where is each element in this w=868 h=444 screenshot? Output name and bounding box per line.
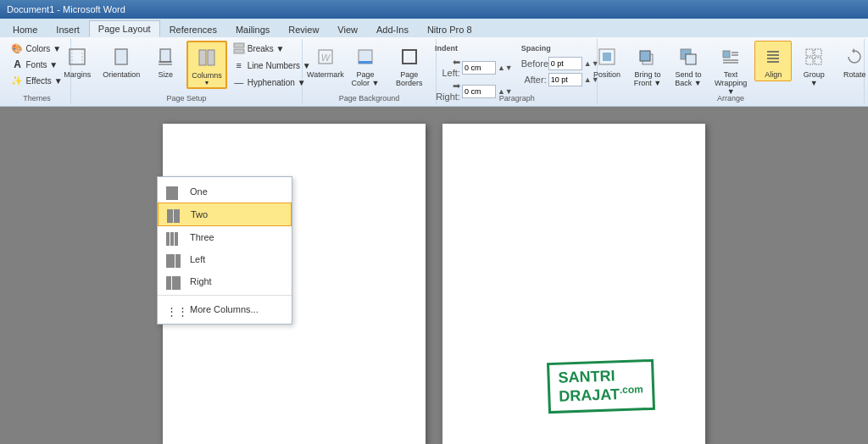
- page-color-sub: Color ▼: [352, 79, 380, 87]
- page-setup-group-label: Page Setup: [71, 94, 302, 103]
- svg-rect-10: [234, 49, 244, 53]
- svg-text:W: W: [321, 53, 331, 63]
- align-label: Align: [765, 70, 782, 79]
- columns-two-icon: [167, 206, 184, 223]
- arrange-group-label: Arrange: [598, 94, 864, 103]
- margins-icon: [64, 43, 91, 70]
- page-bg-group-label: Page Background: [303, 94, 436, 103]
- columns-left-item[interactable]: Left: [158, 248, 292, 270]
- tab-mailings[interactable]: Mailings: [226, 20, 279, 37]
- text-wrapping-sub: Wrapping ▼: [715, 79, 747, 96]
- svg-rect-19: [640, 51, 650, 61]
- svg-rect-8: [208, 50, 214, 65]
- tab-insert[interactable]: Insert: [47, 20, 89, 37]
- columns-three-item[interactable]: Three: [158, 226, 292, 248]
- indent-left-label: ⬅ Left:: [435, 57, 460, 78]
- columns-two-label: Two: [191, 209, 208, 219]
- columns-right-icon: [166, 273, 183, 290]
- effects-btn[interactable]: ✨ Effects ▼: [8, 73, 65, 88]
- ribbon-tabs: Home Insert Page Layout References Maili…: [0, 19, 868, 37]
- rotate-label: Rotate: [843, 70, 866, 79]
- columns-more-icon: ⋮⋮: [166, 301, 183, 318]
- colors-btn[interactable]: 🎨 Colors ▼: [8, 41, 64, 56]
- ribbon-group-arrange: Position Bring to Front ▼ Send to Back ▼: [598, 39, 865, 104]
- columns-left-icon: [166, 251, 183, 268]
- bring-to-front-icon: [634, 43, 661, 70]
- spacing-before-input[interactable]: [548, 57, 582, 70]
- watermark-line2: DRAJAT.com: [559, 384, 643, 405]
- svg-rect-15: [403, 50, 416, 64]
- send-to-back-btn[interactable]: Send to Back ▼: [670, 41, 707, 90]
- hyphenation-btn[interactable]: — Hyphenation ▼: [230, 75, 314, 90]
- columns-right-item[interactable]: Right: [158, 270, 292, 292]
- page-color-label: Page: [357, 70, 375, 79]
- page-color-icon: [352, 43, 379, 70]
- page-color-btn[interactable]: Page Color ▼: [347, 41, 384, 90]
- indent-left-input[interactable]: [462, 61, 496, 75]
- margins-btn[interactable]: Margins: [58, 41, 96, 81]
- tab-addins[interactable]: Add-Ins: [367, 20, 418, 37]
- columns-dropdown: One Two Three Left Right: [157, 176, 292, 325]
- watermark-icon: W: [312, 43, 339, 70]
- group-icon: [800, 43, 827, 70]
- columns-one-label: One: [190, 186, 208, 197]
- svg-rect-22: [723, 51, 730, 58]
- columns-two-item[interactable]: Two: [158, 203, 292, 226]
- columns-icon: [193, 44, 220, 71]
- position-icon: [593, 43, 620, 70]
- effects-label: Effects ▼: [25, 76, 62, 86]
- tab-page-layout[interactable]: Page Layout: [89, 20, 160, 37]
- size-btn[interactable]: Size: [147, 41, 184, 81]
- columns-more-label: More Columns...: [190, 304, 259, 314]
- text-wrapping-btn[interactable]: Text Wrapping ▼: [710, 41, 751, 98]
- line-numbers-btn[interactable]: ≡ Line Numbers ▼: [230, 58, 314, 73]
- orientation-btn[interactable]: Orientation: [98, 41, 144, 81]
- colors-label: Colors ▼: [25, 44, 61, 53]
- columns-label: Columns: [192, 71, 222, 80]
- svg-rect-31: [806, 49, 813, 56]
- watermark-btn[interactable]: W Watermark: [307, 41, 344, 81]
- position-btn[interactable]: Position: [588, 41, 626, 81]
- columns-more-item[interactable]: ⋮⋮ More Columns...: [158, 298, 292, 320]
- bring-to-front-sub: Front ▼: [634, 79, 661, 87]
- send-to-back-sub: Back ▼: [675, 79, 701, 87]
- size-label: Size: [158, 70, 173, 79]
- tab-review[interactable]: Review: [279, 20, 328, 37]
- page-borders-btn[interactable]: Page Borders: [387, 41, 431, 90]
- align-btn[interactable]: Align: [754, 41, 792, 81]
- watermark-logo: SANTRI DRAJAT.com: [547, 359, 655, 413]
- columns-left-label: Left: [190, 254, 205, 264]
- size-icon: [152, 43, 179, 70]
- line-numbers-icon: ≡: [233, 59, 245, 71]
- svg-rect-4: [160, 49, 170, 62]
- tab-view[interactable]: View: [328, 20, 367, 37]
- send-to-back-label: Send to: [675, 70, 701, 79]
- title-bar: Document1 - Microsoft Word: [0, 0, 868, 19]
- rotate-btn[interactable]: Rotate: [836, 41, 868, 81]
- text-wrapping-icon: [717, 43, 744, 70]
- tab-home[interactable]: Home: [3, 20, 47, 37]
- svg-marker-35: [852, 48, 854, 53]
- bring-to-front-label: Bring to: [634, 70, 660, 79]
- columns-btn[interactable]: Columns ▼: [186, 41, 227, 89]
- margins-label: Margins: [64, 70, 91, 79]
- watermark-line2-text: DRAJAT: [559, 386, 620, 404]
- paragraph-group-label: Paragraph: [437, 94, 597, 103]
- tab-nitro[interactable]: Nitro Pro 8: [418, 20, 481, 37]
- group-btn[interactable]: Group ▼: [795, 41, 832, 90]
- position-label: Position: [593, 70, 620, 79]
- colors-icon: 🎨: [11, 42, 23, 54]
- breaks-label: Breaks ▼: [248, 44, 285, 53]
- spacing-before-label: Before:: [521, 58, 547, 69]
- title-bar-text: Document1 - Microsoft Word: [7, 4, 125, 14]
- fonts-btn[interactable]: A Fonts ▼: [8, 57, 61, 72]
- breaks-btn[interactable]: Breaks ▼: [230, 41, 314, 56]
- spacing-after-row: After: ▲▼: [521, 73, 599, 86]
- columns-one-item[interactable]: One: [158, 180, 292, 203]
- spacing-after-input[interactable]: [548, 73, 582, 86]
- bring-to-front-btn[interactable]: Bring to Front ▼: [629, 41, 666, 90]
- svg-rect-34: [815, 58, 821, 64]
- tab-references[interactable]: References: [160, 20, 226, 37]
- indent-left-row: ⬅ Left: ▲▼: [435, 57, 513, 78]
- ribbon: 🎨 Colors ▼ A Fonts ▼ ✨ Effects ▼ Themes …: [0, 37, 868, 107]
